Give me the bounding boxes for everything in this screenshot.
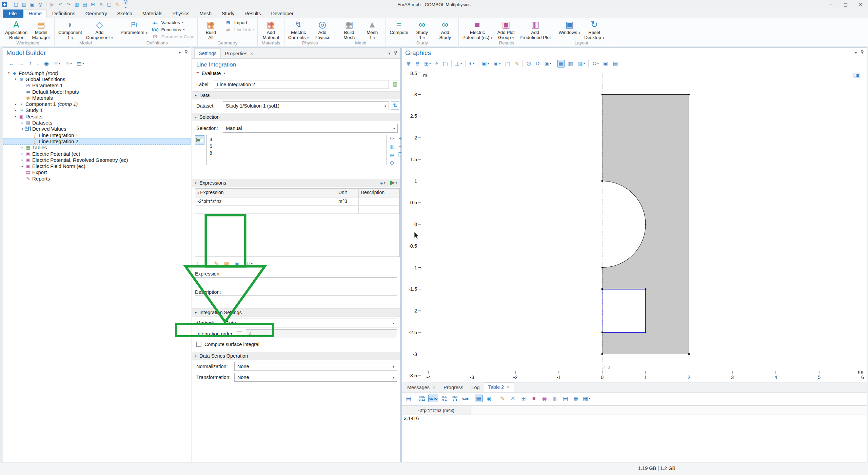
integration-order-input[interactable]: 4 <box>246 329 397 338</box>
panel-tab-messages[interactable]: Messages✕ <box>403 383 439 392</box>
add-study-button[interactable]: ∞AddStudy <box>435 19 456 40</box>
selection-list-item[interactable]: 8 <box>207 150 387 156</box>
tree-item-electric-field-norm-ec-[interactable]: ▸▣Electric Field Norm (ec) <box>3 163 191 169</box>
tree-item-export[interactable]: ▤Export <box>3 169 191 175</box>
tree-item-foras-mph[interactable]: ▾◆ForAS.mph(root) <box>3 70 191 76</box>
tab-materials[interactable]: Materials <box>138 10 167 18</box>
pin-icon[interactable] <box>184 50 188 55</box>
tab-file[interactable]: File <box>3 10 23 18</box>
normalization-select[interactable]: None <box>234 362 397 371</box>
tree-item-global-definitions[interactable]: ▾⊕Global Definitions <box>3 76 191 82</box>
active-toggle-button[interactable] <box>195 135 204 145</box>
section-selection[interactable]: ▾ Selection <box>192 113 400 121</box>
open-file-button[interactable]: ▨ <box>21 2 27 7</box>
expander-icon[interactable]: ▸ <box>20 158 25 162</box>
import-button[interactable]: ⊞Import <box>223 19 255 25</box>
tree-item-electric-potential-revolved-geometry-ec-[interactable]: ▸▣Electric Potential, Revolved Geometry … <box>3 157 191 163</box>
settings-tab-properties[interactable]: Properties✕ <box>221 49 257 58</box>
mesh-1-button[interactable]: ▲Mesh1 ▾ <box>362 19 383 41</box>
automatic-notation-button[interactable]: AUTO <box>428 395 438 402</box>
zoom-in-button[interactable]: ⊕ <box>405 60 412 68</box>
app-icon[interactable] <box>2 2 7 7</box>
clear-expressions-button[interactable]: ≣ <box>203 260 210 267</box>
view-menu-button[interactable]: ◉▾ <box>544 60 553 68</box>
load-from-file-button[interactable]: ▨ <box>223 260 230 267</box>
show-material-color-button[interactable]: ▥ <box>567 60 574 68</box>
pin-icon[interactable] <box>394 51 398 56</box>
tree-item-tables[interactable]: ▸▦Tables <box>3 145 191 151</box>
section-data[interactable]: ▾ Data <box>192 91 400 99</box>
tab-home[interactable]: Home <box>23 10 47 18</box>
tab-mesh[interactable]: Mesh <box>195 10 216 18</box>
full-precision-button[interactable]: 8.85e-12 <box>418 395 426 402</box>
expander-icon[interactable]: ▾ <box>6 71 11 75</box>
hide-selected-button[interactable]: ∅ <box>525 60 532 68</box>
add-predefined-plot-button[interactable]: ▥AddPredefined Plot <box>518 19 552 40</box>
zoom-extents-button[interactable]: ⌖ <box>434 60 439 67</box>
functions-button[interactable]: f(x)Functions▾ <box>150 26 194 33</box>
copy-selection-button[interactable]: ▥ <box>390 144 394 150</box>
copy-to-table-button[interactable]: ▦ <box>572 395 580 402</box>
zoom-to-selection-button[interactable]: ⊕ <box>390 160 394 166</box>
save-as-button[interactable]: ◎ <box>37 2 43 7</box>
tab-sketch[interactable]: Sketch <box>112 10 137 18</box>
tree-item-study-1[interactable]: ▸∞Study 1 <box>3 107 191 113</box>
select-box-button[interactable]: ▢ <box>504 60 511 68</box>
add-physics-button[interactable]: ◎AddPhysics <box>312 19 333 40</box>
expressions-table[interactable]: » ExpressionUnitDescription-2*pi*r*z*nzm… <box>195 188 400 257</box>
compute-surface-integral-checkbox[interactable] <box>196 342 201 347</box>
tree-item-line-integration-1[interactable]: ∫Line Integration 1 <box>3 132 191 138</box>
compute-button[interactable]: =Compute <box>389 19 410 36</box>
component-button[interactable]: ◗Component1 ▾ <box>57 19 83 41</box>
tree-item-datasets[interactable]: ▸▦Datasets <box>3 119 191 126</box>
close-icon[interactable]: ✕ <box>250 52 253 56</box>
rename-button[interactable]: ▤ <box>391 80 399 88</box>
add-expression-button[interactable]: +▾ <box>380 180 385 186</box>
tree-item-default-model-inputs[interactable]: ⇄Default Model Inputs <box>3 89 191 95</box>
selection-list-item[interactable]: 3 <box>207 136 387 143</box>
color-table-button[interactable]: ■ <box>530 395 538 402</box>
add-table-button[interactable]: ⊞ <box>519 395 528 402</box>
paste-button[interactable]: ▤ <box>82 2 88 7</box>
method-select[interactable]: Auto <box>223 319 397 327</box>
panel-menu-icon[interactable]: ▾ <box>388 51 390 56</box>
geometry-plot[interactable]: -4-3-2-101234563.532.521.510.50-0.5-1-1.… <box>402 71 867 382</box>
print-button[interactable]: ▤ <box>612 60 619 68</box>
update-plot-button[interactable]: ↻▾ <box>591 60 600 68</box>
color-palette-button[interactable]: ▨▾ <box>577 60 586 68</box>
variables-button[interactable]: a=Variables▾ <box>150 19 194 25</box>
expression-input[interactable] <box>195 277 397 286</box>
export-table-button[interactable]: ▤ <box>561 395 570 402</box>
copy-table-button[interactable]: ▥ <box>551 395 559 402</box>
move-up-button[interactable]: ↑ <box>28 60 33 67</box>
select-block-button[interactable]: ▢ <box>106 2 112 7</box>
expander-icon[interactable]: ▸ <box>13 109 18 112</box>
selection-list-item[interactable]: 5 <box>207 143 387 150</box>
expand-all-button[interactable]: ≣▾ <box>53 59 61 67</box>
table-menu-button[interactable]: ▦▾ <box>583 395 591 402</box>
transparency-button[interactable]: ◐▾ <box>468 60 475 67</box>
new-file-button[interactable]: ▢ <box>13 2 19 7</box>
panel-menu-icon[interactable]: ▾ <box>179 51 181 55</box>
zoom-out-button[interactable]: ⊖ <box>414 60 420 68</box>
show-grid-button[interactable]: ▦ <box>557 60 565 68</box>
close-button[interactable]: ✕ <box>853 0 868 9</box>
integration-order-checkbox[interactable] <box>237 331 242 336</box>
forward-button[interactable]: → <box>18 60 25 67</box>
pin-icon[interactable] <box>860 50 864 55</box>
move-expression-up-button[interactable]: ↑ <box>195 260 200 267</box>
application-builder-button[interactable]: AApplicationBuilder <box>4 19 28 40</box>
delete-table-button[interactable]: ✕ <box>509 395 517 402</box>
redo-button[interactable]: ↷ <box>65 2 72 7</box>
go-to-default-view-button[interactable]: ⊥▾ <box>454 60 463 68</box>
build-mesh-button[interactable]: ▦BuildMesh <box>339 19 360 40</box>
image-snapshot-button[interactable]: ▣▾ <box>481 60 490 68</box>
tab-physics[interactable]: Physics <box>168 10 194 18</box>
duplicate-button[interactable]: ⊞ <box>90 2 96 7</box>
save-to-file-button[interactable]: ▣ <box>234 260 241 267</box>
zoom-selected-button[interactable]: ▢ <box>442 60 449 68</box>
parameters-button[interactable]: PiParameters ▾ <box>120 19 149 36</box>
tab-geometry[interactable]: Geometry <box>81 10 112 18</box>
expander-icon[interactable]: ▾ <box>13 115 18 118</box>
show-button[interactable]: ◉ <box>43 59 50 67</box>
